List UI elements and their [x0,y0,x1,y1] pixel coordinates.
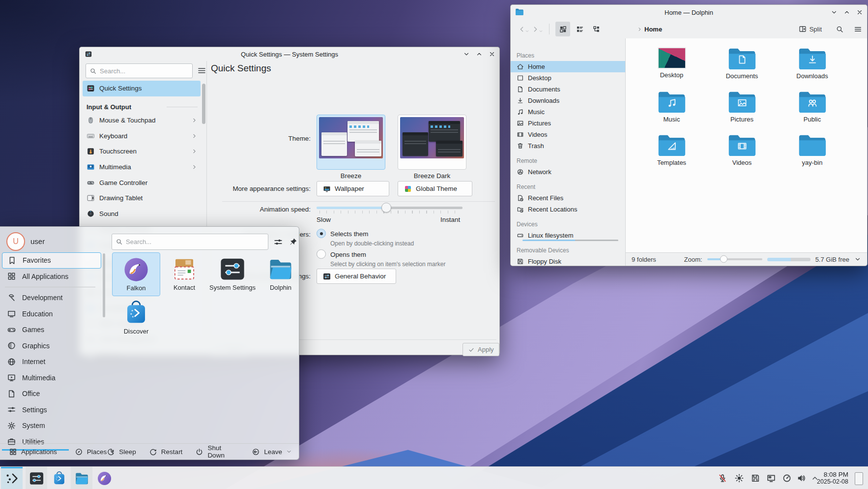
session-action[interactable]: Shut Down [195,444,239,459]
details-view-button[interactable] [572,22,587,36]
launcher-scrollbar[interactable] [103,253,105,317]
category-item[interactable]: Settings [2,402,101,418]
global-theme-button[interactable]: Global Theme [398,181,472,196]
session-action[interactable]: Restart [149,444,183,459]
minimize-button[interactable] [463,51,470,58]
settings-sidebar-item[interactable]: Sound [83,206,201,222]
place-item[interactable]: Home [511,61,625,72]
zoom-slider-handle[interactable] [720,255,727,263]
system-settings-titlebar[interactable]: Quick Settings — System Settings [80,47,499,61]
session-action[interactable]: Sleep [107,444,136,459]
app-item[interactable]: Dolphin [257,252,305,296]
settings-sidebar-item[interactable]: Touchscreen [83,144,201,159]
chevron-down-icon[interactable] [854,256,861,263]
place-item[interactable]: Downloads [511,95,625,106]
task-dolphin[interactable] [71,467,92,489]
place-item[interactable]: Floppy Disk [511,256,625,266]
close-button[interactable] [856,9,863,16]
app-item[interactable]: Falkon [112,252,160,296]
pin-icon[interactable] [288,237,298,247]
avatar[interactable]: U [6,232,25,251]
icons-view-button[interactable] [555,22,570,36]
place-item[interactable]: Documents [511,84,625,95]
apply-button[interactable]: Apply [463,343,499,356]
place-item[interactable]: Network [511,166,625,178]
peek-desktop-button[interactable] [855,472,863,485]
application-launcher-button[interactable] [1,467,23,489]
app-item[interactable]: System Settings [208,252,257,296]
place-item[interactable]: Music [511,106,625,118]
file-item[interactable]: Music [637,90,707,133]
configure-icon[interactable] [273,237,283,247]
task-falkon[interactable] [93,467,115,489]
slider-handle[interactable] [381,203,391,213]
session-action[interactable]: Leave [252,444,292,459]
place-item[interactable]: Pictures [511,118,625,129]
split-button[interactable]: Split [795,23,826,35]
settings-sidebar-item[interactable]: Quick Settings [83,81,201,96]
tree-view-button[interactable] [589,22,604,36]
settings-sidebar-item[interactable]: Mouse & Touchpad [83,113,201,128]
back-button[interactable] [518,25,529,33]
minimize-button[interactable] [831,9,838,16]
digital-clock[interactable]: 8:08 PM 2025-02-08 [804,471,848,486]
hamburger-menu-icon[interactable] [854,25,862,33]
category-item[interactable]: Internet [2,354,101,370]
category-item[interactable]: Multimedia [2,370,101,386]
place-item[interactable]: Trash [511,140,625,152]
performance-icon[interactable] [782,473,792,483]
file-item[interactable]: Pictures [707,90,777,133]
file-item[interactable]: Templates [637,133,707,176]
theme-breeze-card[interactable] [317,115,385,170]
category-item[interactable]: System [2,418,101,434]
category-item[interactable]: Office [2,386,101,402]
microphone-muted-icon[interactable] [718,473,727,483]
settings-sidebar-item[interactable]: Keyboard [83,128,201,144]
maximize-button[interactable] [843,9,850,16]
category-item[interactable]: All Applications [2,269,101,285]
place-item[interactable]: Recent Locations [511,204,625,215]
category-item[interactable]: Graphics [2,338,101,354]
dolphin-titlebar[interactable]: Home — Dolphin [511,5,867,20]
forward-button[interactable] [531,25,543,33]
maximize-button[interactable] [476,51,483,58]
settings-search-input[interactable] [86,63,193,78]
category-item[interactable]: Favorites [2,252,101,269]
settings-sidebar-item[interactable]: Game Controller [83,175,201,190]
footer-tab[interactable]: Applications [9,448,57,456]
footer-tab[interactable]: Places [75,448,107,456]
file-item[interactable]: Public [777,90,847,133]
theme-breeze-dark-card[interactable] [398,115,466,170]
app-item[interactable]: Discover [112,296,160,340]
vaults-icon[interactable] [751,473,760,483]
app-item[interactable]: Kontact [160,252,208,296]
file-item[interactable]: Downloads [777,46,847,90]
breadcrumb-home[interactable]: Home [644,26,662,33]
category-item[interactable]: Development [2,290,101,306]
animation-speed-slider[interactable] [317,203,463,215]
place-item[interactable]: Recent Files [511,192,625,204]
close-button[interactable] [489,51,495,58]
place-item[interactable]: Desktop [511,72,625,84]
hamburger-menu-icon[interactable] [197,66,206,75]
launcher-search-input[interactable] [112,234,268,250]
general-behavior-button[interactable]: General Behavior [317,269,396,284]
search-icon[interactable] [836,25,844,33]
category-item[interactable]: Games [2,322,101,338]
sidebar-scrollbar[interactable] [202,84,205,124]
place-item[interactable]: Videos [511,129,625,140]
task-discover[interactable] [48,467,70,489]
brightness-icon[interactable] [734,473,744,483]
file-item[interactable]: Desktop [637,46,707,90]
file-item[interactable]: yay-bin [777,133,847,176]
file-item[interactable]: Documents [707,46,777,90]
zoom-slider[interactable] [707,258,762,260]
task-system-settings[interactable] [26,467,47,489]
radio-selects-them[interactable] [317,229,326,238]
breadcrumb[interactable]: Home [637,26,662,33]
settings-sidebar-item[interactable]: Drawing Tablet [83,190,201,206]
category-item[interactable]: Education [2,306,101,322]
radio-opens-them[interactable] [317,249,326,259]
place-item[interactable]: Linux filesystem [511,230,625,241]
settings-sidebar-item[interactable]: Multimedia [83,159,201,175]
